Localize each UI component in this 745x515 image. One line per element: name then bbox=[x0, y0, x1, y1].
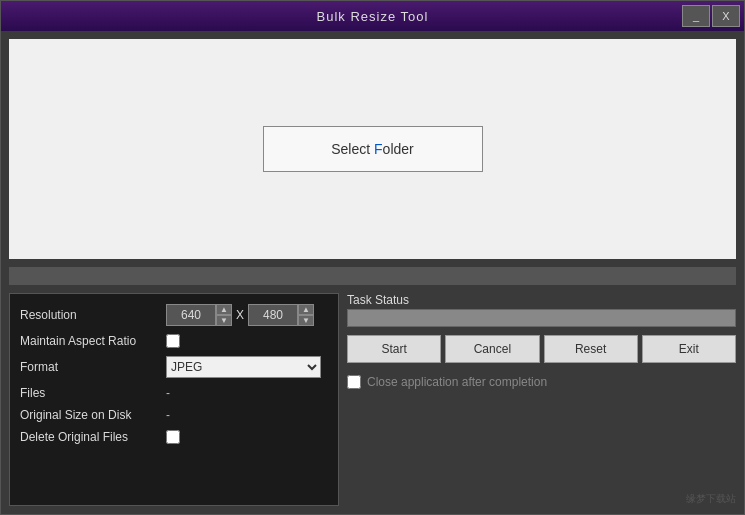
close-app-checkbox[interactable] bbox=[347, 375, 361, 389]
resolution-label: Resolution bbox=[20, 308, 160, 322]
select-folder-button[interactable]: Select Folder bbox=[263, 126, 483, 172]
width-down-button[interactable]: ▼ bbox=[216, 315, 232, 326]
aspect-ratio-label: Maintain Aspect Ratio bbox=[20, 334, 160, 348]
files-row: Files - bbox=[20, 386, 328, 400]
aspect-ratio-checkbox[interactable] bbox=[166, 334, 180, 348]
width-up-button[interactable]: ▲ bbox=[216, 304, 232, 315]
window-title: Bulk Resize Tool bbox=[317, 9, 429, 24]
files-label: Files bbox=[20, 386, 160, 400]
reset-button[interactable]: Reset bbox=[544, 335, 638, 363]
resolution-row: Resolution ▲ ▼ X bbox=[20, 304, 328, 326]
cancel-button[interactable]: Cancel bbox=[445, 335, 539, 363]
height-spinner-buttons: ▲ ▼ bbox=[298, 304, 314, 326]
minimize-button[interactable]: _ bbox=[682, 5, 710, 27]
original-size-value: - bbox=[166, 408, 170, 422]
close-app-label: Close application after completion bbox=[367, 375, 547, 389]
delete-files-checkbox[interactable] bbox=[166, 430, 180, 444]
settings-panel: Resolution ▲ ▼ X bbox=[9, 293, 339, 506]
height-input[interactable] bbox=[248, 304, 298, 326]
width-spinner: ▲ ▼ bbox=[166, 304, 232, 326]
main-progress-bar bbox=[9, 267, 736, 285]
start-button[interactable]: Start bbox=[347, 335, 441, 363]
width-input[interactable] bbox=[166, 304, 216, 326]
resolution-inputs: ▲ ▼ X ▲ ▼ bbox=[166, 304, 314, 326]
window-controls: _ X bbox=[682, 5, 740, 27]
width-spinner-buttons: ▲ ▼ bbox=[216, 304, 232, 326]
task-status-area: Task Status bbox=[347, 293, 736, 327]
resolution-separator: X bbox=[236, 308, 244, 322]
format-label: Format bbox=[20, 360, 160, 374]
delete-files-row: Delete Original Files bbox=[20, 430, 328, 444]
select-folder-label: Select Folder bbox=[331, 141, 414, 157]
exit-button[interactable]: Exit bbox=[642, 335, 736, 363]
task-progress-bar bbox=[347, 309, 736, 327]
main-window: Bulk Resize Tool _ X Select Folder Resol… bbox=[0, 0, 745, 515]
files-value: - bbox=[166, 386, 170, 400]
format-select[interactable]: JPEG PNG BMP GIF bbox=[166, 356, 321, 378]
height-spinner: ▲ ▼ bbox=[248, 304, 314, 326]
height-down-button[interactable]: ▼ bbox=[298, 315, 314, 326]
aspect-ratio-row: Maintain Aspect Ratio bbox=[20, 334, 328, 348]
action-buttons: Start Cancel Reset Exit bbox=[347, 335, 736, 363]
original-size-label: Original Size on Disk bbox=[20, 408, 160, 422]
close-button[interactable]: X bbox=[712, 5, 740, 27]
file-area: Select Folder bbox=[9, 39, 736, 259]
main-content: Select Folder Resolution ▲ bbox=[1, 31, 744, 514]
delete-files-label: Delete Original Files bbox=[20, 430, 160, 444]
close-option-row: Close application after completion bbox=[347, 375, 736, 389]
watermark: 缘梦下载站 bbox=[347, 492, 736, 506]
right-section: Task Status Start Cancel Reset Exit Clos… bbox=[347, 293, 736, 506]
height-up-button[interactable]: ▲ bbox=[298, 304, 314, 315]
titlebar: Bulk Resize Tool _ X bbox=[1, 1, 744, 31]
bottom-section: Resolution ▲ ▼ X bbox=[1, 285, 744, 514]
format-row: Format JPEG PNG BMP GIF bbox=[20, 356, 328, 378]
original-size-row: Original Size on Disk - bbox=[20, 408, 328, 422]
task-status-label: Task Status bbox=[347, 293, 736, 307]
